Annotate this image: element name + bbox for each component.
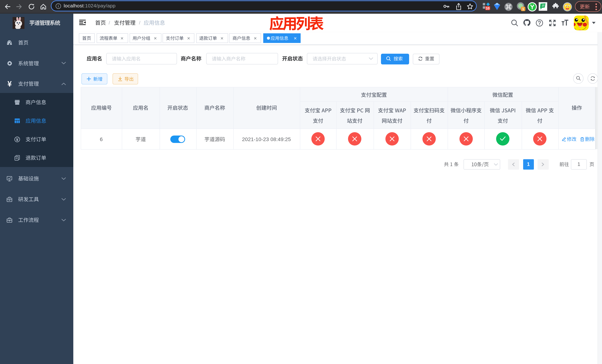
svg-text:1: 1 (522, 7, 524, 11)
svg-text:10: 10 (486, 7, 489, 10)
